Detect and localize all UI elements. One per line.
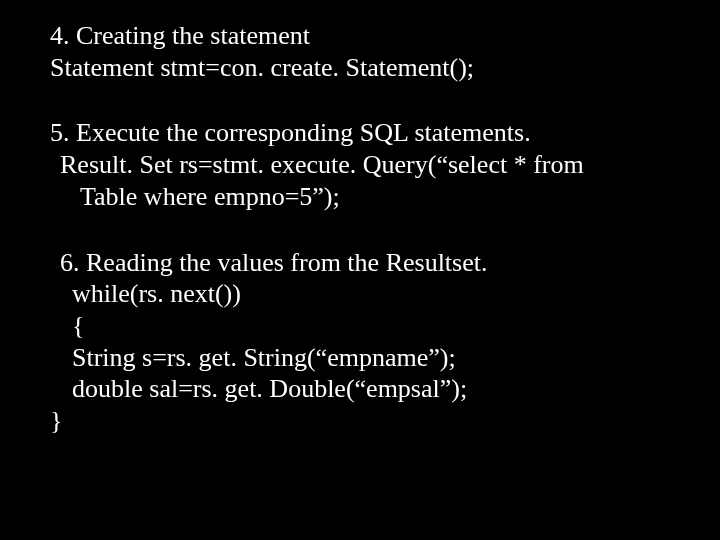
section-6-code-line: } [50,405,670,437]
section-5-title: 5. Execute the corresponding SQL stateme… [50,117,670,149]
section-4: 4. Creating the statement Statement stmt… [50,20,670,83]
slide: 4. Creating the statement Statement stmt… [0,0,720,540]
section-5: 5. Execute the corresponding SQL stateme… [50,117,670,212]
section-6-title: 6. Reading the values from the Resultset… [60,247,670,279]
section-6-code-line: { [72,310,670,342]
section-6-code-line: String s=rs. get. String(“empname”); [72,342,670,374]
section-4-code-line: Statement stmt=con. create. Statement(); [50,52,670,84]
section-6: 6. Reading the values from the Resultset… [50,247,670,437]
section-6-code-line: while(rs. next()) [72,278,670,310]
section-5-code-line: Table where empno=5”); [80,181,670,213]
section-4-title: 4. Creating the statement [50,20,670,52]
section-5-code-line: Result. Set rs=stmt. execute. Query(“sel… [60,149,670,181]
section-6-code-line: double sal=rs. get. Double(“empsal”); [72,373,670,405]
